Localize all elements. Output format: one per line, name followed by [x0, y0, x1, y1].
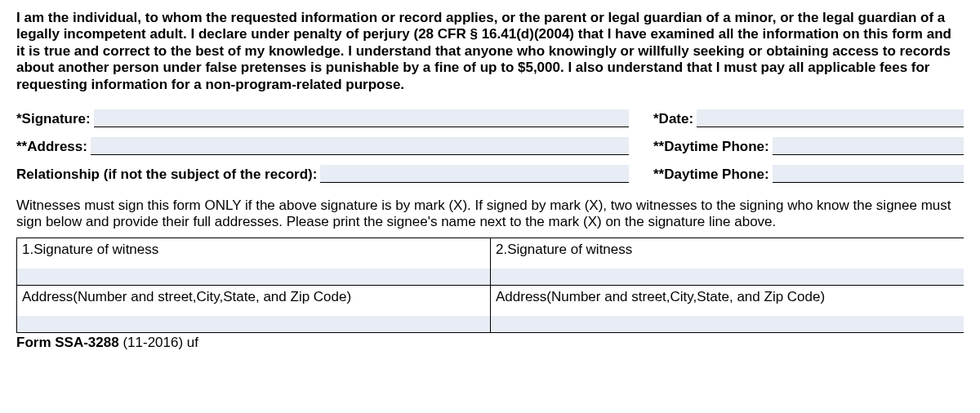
witness2-signature-input[interactable] — [491, 269, 964, 285]
witness1-address-input[interactable] — [17, 316, 490, 332]
input-daytime-phone-1[interactable] — [773, 137, 964, 155]
input-date[interactable] — [697, 109, 964, 127]
label-signature: *Signature: — [16, 111, 94, 127]
form-footer: Form SSA-3288 (11-2016) uf — [16, 335, 964, 351]
witness1-addr-label: Address(Number and street,City,State, an… — [22, 289, 485, 305]
witness-column-2: 2.Signature of witness Address(Number an… — [491, 238, 964, 333]
witness-instruction: Witnesses must sign this form ONLY if th… — [16, 198, 964, 231]
label-daytime-phone-1: **Daytime Phone: — [653, 139, 773, 155]
label-daytime-phone-2: **Daytime Phone: — [653, 167, 773, 183]
declaration-text: I am the individual, to whom the request… — [16, 10, 964, 93]
witness1-signature-cell: 1.Signature of witness — [17, 238, 490, 286]
witness2-signature-cell: 2.Signature of witness — [491, 238, 964, 286]
row-address-phone: **Address: **Daytime Phone: — [16, 137, 964, 155]
witness1-signature-input[interactable] — [17, 269, 490, 285]
witness2-address-cell: Address(Number and street,City,State, an… — [491, 286, 964, 333]
input-signature[interactable] — [94, 109, 629, 127]
label-relationship: Relationship (if not the subject of the … — [16, 167, 320, 183]
witness-column-1: 1.Signature of witness Address(Number an… — [17, 238, 491, 333]
witness2-sig-label: 2.Signature of witness — [496, 242, 959, 258]
form-number: Form SSA-3288 — [16, 335, 119, 350]
label-date: *Date: — [653, 111, 697, 127]
witness1-address-cell: Address(Number and street,City,State, an… — [17, 286, 490, 333]
witness2-address-input[interactable] — [491, 316, 964, 332]
row-signature-date: *Signature: *Date: — [16, 109, 964, 127]
witness1-sig-label: 1.Signature of witness — [22, 242, 485, 258]
label-address: **Address: — [16, 139, 91, 155]
row-relationship-phone: Relationship (if not the subject of the … — [16, 165, 964, 183]
witness2-addr-label: Address(Number and street,City,State, an… — [496, 289, 959, 305]
input-daytime-phone-2[interactable] — [773, 165, 964, 183]
input-address[interactable] — [91, 137, 629, 155]
witness-table: 1.Signature of witness Address(Number an… — [16, 238, 964, 333]
input-relationship[interactable] — [320, 165, 629, 183]
form-revision: (11-2016) uf — [119, 335, 198, 350]
